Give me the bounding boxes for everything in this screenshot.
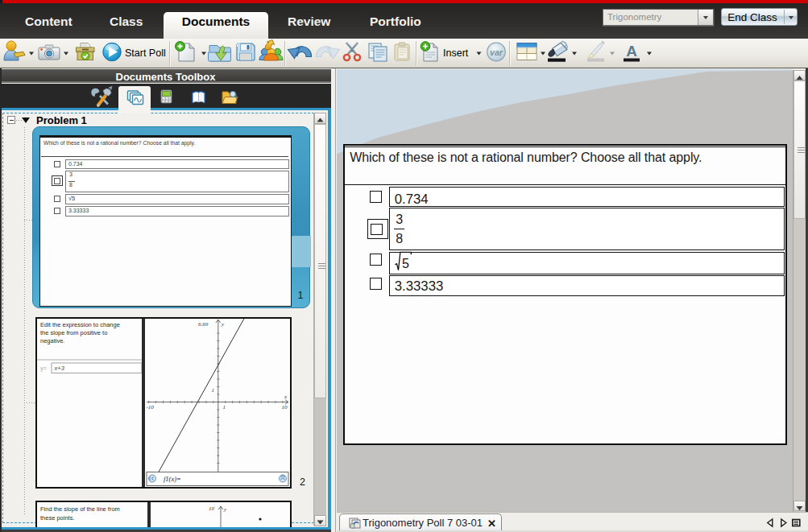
- svg-text:A: A: [626, 43, 637, 60]
- svg-text:y: y: [223, 506, 227, 513]
- svg-text:f1(x)=: f1(x)=: [164, 475, 181, 483]
- svg-text:5: 5: [402, 257, 409, 270]
- svg-text:-10: -10: [147, 404, 155, 410]
- svg-text:y=: y=: [40, 365, 48, 372]
- svg-text:Find the slope of the line fro: Find the slope of the line from: [40, 505, 120, 513]
- svg-text:1: 1: [223, 404, 226, 410]
- svg-text:1: 1: [212, 387, 215, 394]
- svg-text:x: x: [284, 394, 288, 400]
- svg-text:x+3: x+3: [54, 365, 65, 372]
- svg-text:Edit the expression to change: Edit the expression to change: [40, 321, 120, 328]
- svg-text:var: var: [490, 47, 503, 57]
- svg-text:negative.: negative.: [40, 337, 64, 344]
- svg-text:these points.: these points.: [40, 514, 75, 522]
- svg-text:10: 10: [282, 404, 288, 410]
- svg-text:the slope from positive to: the slope from positive to: [40, 329, 107, 336]
- svg-text:6.69: 6.69: [198, 321, 209, 328]
- svg-text:10: 10: [209, 505, 215, 512]
- svg-text:y: y: [221, 321, 225, 328]
